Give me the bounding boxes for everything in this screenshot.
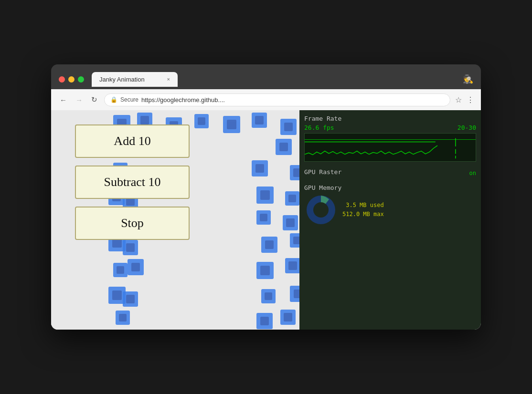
add-button[interactable]: Add 10 <box>75 124 190 158</box>
url-display: https://googlechrome.github.... <box>141 96 444 104</box>
frame-rate-range: 20-30 <box>458 124 476 131</box>
gpu-raster-value: on <box>469 170 476 176</box>
gpu-memory-max: 512.0 MB max <box>342 210 384 219</box>
address-bar: ← → ↻ 🔒 Secure https://googlechrome.gith… <box>51 89 481 110</box>
frame-rate-section: Frame Rate 26.6 fps 20-30 <box>304 115 476 162</box>
close-button[interactable] <box>59 76 65 83</box>
gpu-memory-used: 3.5 MB used <box>342 201 384 210</box>
subtract-button[interactable]: Subtract 10 <box>75 166 190 199</box>
button-panel: Add 10 Subtract 10 Stop <box>75 124 190 240</box>
address-input[interactable]: 🔒 Secure https://googlechrome.github.... <box>104 93 450 106</box>
gpu-raster-section: GPU Raster on <box>304 168 476 177</box>
maximize-button[interactable] <box>78 76 84 83</box>
canvas-area: Add 10 Subtract 10 Stop <box>51 110 299 330</box>
gpu-memory-chart <box>304 193 338 227</box>
browser-window: Janky Animation × 🕵️ ← → ↻ 🔒 Secure http… <box>51 64 481 330</box>
devtools-panel: Frame Rate 26.6 fps 20-30 <box>299 110 481 330</box>
title-bar: Janky Animation × 🕵️ <box>51 64 481 89</box>
back-button[interactable]: ← <box>58 95 69 105</box>
gpu-memory-values: 3.5 MB used 512.0 MB max <box>342 201 384 219</box>
forward-button[interactable]: → <box>74 95 85 105</box>
browser-tab[interactable]: Janky Animation × <box>92 72 178 87</box>
frame-rate-label: Frame Rate <box>304 115 476 122</box>
page-content: Add 10 Subtract 10 Stop Frame Rate 26.6 … <box>51 110 481 330</box>
incognito-icon: 🕵️ <box>463 74 473 84</box>
minimize-button[interactable] <box>68 76 74 83</box>
tab-close-icon[interactable]: × <box>167 76 170 82</box>
bookmark-icon[interactable]: ☆ <box>455 95 462 104</box>
secure-label: Secure <box>120 96 138 103</box>
tab-title: Janky Animation <box>99 76 145 83</box>
frame-rate-value: 26.6 fps <box>304 124 334 131</box>
gpu-memory-label: GPU Memory <box>304 184 476 191</box>
secure-lock-icon: 🔒 <box>110 96 117 103</box>
menu-icon[interactable]: ⋮ <box>467 95 474 104</box>
svg-point-5 <box>313 202 329 218</box>
gpu-memory-section: GPU Memory 3.5 MB used 512.0 MB max <box>304 184 476 227</box>
gpu-raster-label: GPU Raster <box>304 168 341 176</box>
reload-button[interactable]: ↻ <box>89 94 99 105</box>
window-controls <box>59 76 84 83</box>
stop-button[interactable]: Stop <box>75 207 190 240</box>
frame-rate-graph <box>304 133 476 162</box>
